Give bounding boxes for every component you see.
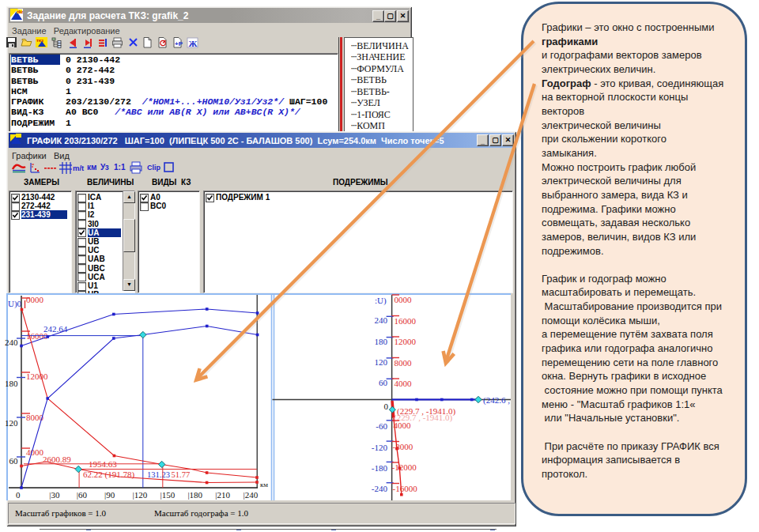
- svg-text:км: км: [260, 481, 268, 489]
- svg-text:0000: 0000: [395, 295, 412, 304]
- svg-text:(242.6 , -2: (242.6 , -2: [483, 395, 511, 406]
- svg-text:-60: -60: [376, 421, 387, 431]
- svg-text:Ж: Ж: [189, 39, 198, 48]
- svg-text:-12000: -12000: [392, 462, 417, 472]
- svg-text:|180: |180: [187, 490, 202, 500]
- svg-text:0: 0: [16, 490, 21, 500]
- svg-text:|90: |90: [104, 490, 115, 500]
- svg-text:62.22 (191.78): 62.22 (191.78): [83, 470, 134, 480]
- svg-text:120: 120: [5, 418, 18, 428]
- svg-text:|120: |120: [133, 490, 148, 500]
- svg-text:U)0: U)0: [8, 299, 22, 309]
- svg-text:180: 180: [5, 379, 18, 388]
- svg-text:|240: |240: [244, 490, 259, 500]
- svg-text:131.23: 131.23: [147, 470, 170, 479]
- svg-text:тkz: тkz: [17, 9, 24, 14]
- svg-text:240: 240: [5, 338, 18, 347]
- svg-text:-16000: -16000: [393, 484, 418, 493]
- svg-text:-240: -240: [372, 484, 388, 493]
- svg-text:(229.7 , -1941.0): (229.7 , -1941.0): [394, 413, 453, 423]
- svg-text:60: 60: [9, 456, 19, 466]
- svg-text:60: 60: [379, 378, 388, 387]
- svg-text:|60: |60: [77, 490, 88, 500]
- svg-text:8000: 8000: [395, 358, 412, 368]
- svg-text:|30: |30: [49, 490, 60, 500]
- svg-text:-180: -180: [372, 463, 388, 473]
- svg-text:+P: +P: [175, 40, 183, 47]
- svg-text:-120: -120: [372, 443, 388, 452]
- svg-text:|150: |150: [160, 490, 176, 500]
- svg-text:120: 120: [375, 357, 388, 367]
- svg-text:240: 240: [375, 315, 388, 325]
- svg-text:0: 0: [384, 402, 389, 411]
- svg-text:|210: |210: [215, 490, 230, 500]
- svg-text:12000: 12000: [395, 337, 417, 346]
- svg-text:12000: 12000: [26, 372, 48, 381]
- svg-text:0000: 0000: [26, 295, 44, 304]
- svg-text:242.64: 242.64: [43, 324, 68, 334]
- svg-text:2600.89: 2600.89: [43, 455, 71, 464]
- svg-text:16000: 16000: [395, 316, 417, 326]
- svg-text:4000: 4000: [395, 379, 412, 388]
- svg-text:180: 180: [375, 337, 388, 346]
- svg-text:51.77: 51.77: [172, 470, 191, 479]
- svg-text:4000: 4000: [26, 447, 44, 457]
- svg-text::U): :U): [375, 296, 387, 306]
